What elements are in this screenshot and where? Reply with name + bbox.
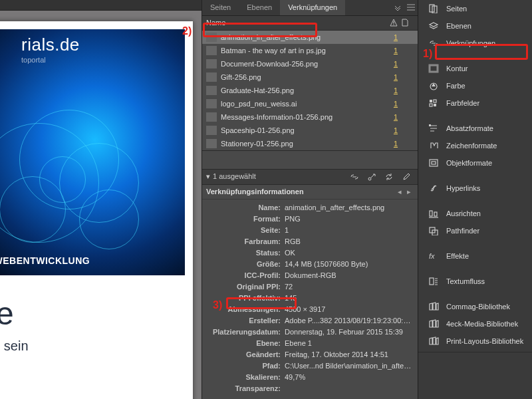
link-warn: 1: [390, 47, 402, 55]
info-key: Pfad:: [207, 362, 285, 370]
link-warn: 1: [390, 126, 402, 134]
category-line: ‹-DESIGN // WEBENTWICKLUNG: [0, 255, 90, 266]
dock-label: Seiten: [446, 5, 467, 13]
info-key: Original PPI:: [207, 283, 285, 291]
dock-item-lib[interactable]: 4eck-Media-Bibliothek: [418, 315, 532, 332]
info-row: Skalieren:49,7%: [207, 372, 412, 383]
dock-item-color[interactable]: Farbe: [418, 77, 532, 94]
svg-text:fx: fx: [429, 252, 435, 260]
dock-label: Effekte: [446, 252, 469, 260]
dock-item-align[interactable]: Ausrichten: [418, 205, 532, 222]
tab-verknuepfungen[interactable]: Verknüpfungen: [280, 0, 345, 15]
link-row[interactable]: Messages-Information-01-256.png1: [202, 110, 418, 124]
dock-item-stroke[interactable]: Kontur: [418, 60, 532, 77]
info-prev[interactable]: ◂: [395, 188, 404, 196]
dock-item-swatches[interactable]: Farbfelder: [418, 94, 532, 112]
info-key: Name:: [207, 203, 285, 211]
svg-rect-13: [434, 212, 437, 216]
info-key: Ebene:: [207, 339, 285, 347]
svg-rect-1: [393, 25, 394, 25]
dock-item-pstyle[interactable]: Absatzformate: [418, 120, 532, 137]
info-row: ICC-Profil:Dokument-RGB: [207, 270, 412, 281]
edit-original-button[interactable]: [399, 171, 414, 183]
dock-label: Commag-Bibliothek: [446, 303, 510, 311]
link-row[interactable]: animation_in_after_effects.png1: [202, 31, 418, 44]
link-row[interactable]: Spaceship-01-256.png1: [202, 124, 418, 137]
col-name[interactable]: Name: [206, 19, 390, 27]
svg-rect-6: [434, 100, 436, 102]
info-key: Geändert:: [207, 350, 285, 358]
link-thumb: [206, 33, 217, 42]
cstyle-icon: [428, 141, 440, 150]
info-row: Ebene:Ebene 1: [207, 338, 412, 349]
info-value: 145: [285, 294, 412, 302]
link-filename: Stationery-01-256.png: [221, 140, 390, 148]
selected-count[interactable]: 1 ausgewählt: [206, 172, 344, 181]
dock-item-hyper[interactable]: Hyperlinks: [418, 180, 532, 197]
link-info-title: Verknüpfungsinformationen ◂ ▸: [202, 185, 418, 200]
info-key: Platzierungsdatum:: [207, 328, 285, 336]
link-warn: 1: [390, 86, 402, 94]
info-row: PPI effektiv:145: [207, 293, 412, 304]
link-row[interactable]: Stationery-01-256.png1: [202, 137, 418, 150]
document-canvas[interactable]: rials.de toportal ‹-DESIGN // WEBENTWICK…: [0, 0, 201, 399]
tab-seiten[interactable]: Seiten: [202, 0, 239, 15]
link-filename: logo_psd_neu_weiss.ai: [221, 100, 390, 108]
info-next[interactable]: ▸: [404, 188, 414, 196]
link-thumb: [206, 99, 217, 108]
dock-item-pathfinder[interactable]: Pathfinder: [418, 222, 532, 239]
dock-item-layers[interactable]: Ebenen: [418, 17, 532, 35]
link-row[interactable]: Gift-256.png1: [202, 70, 418, 84]
links-panel: Seiten Ebenen Verknüpfungen Name animati…: [201, 0, 418, 399]
info-value: Ebene 1: [285, 339, 412, 347]
info-row: Platzierungsdatum:Donnerstag, 19. Februa…: [207, 327, 412, 338]
link-filename: Messages-Information-01-256.png: [221, 113, 390, 121]
svg-rect-7: [430, 104, 432, 106]
link-row[interactable]: Graduate-Hat-256.png1: [202, 84, 418, 97]
svg-rect-8: [434, 104, 436, 106]
col-page-icon[interactable]: [402, 19, 414, 27]
info-row: Ersteller:Adobe P....382 2013/08/19:19:2…: [207, 315, 412, 327]
relink-button[interactable]: [347, 171, 362, 183]
update-link-button[interactable]: [382, 171, 396, 183]
document-page[interactable]: rials.de toportal ‹-DESIGN // WEBENTWICK…: [0, 21, 193, 399]
link-thumb: [206, 46, 217, 55]
dock-item-link[interactable]: Verknüpfungen: [418, 35, 532, 52]
dock-item-cstyle[interactable]: Zeichenformate: [418, 137, 532, 154]
link-row[interactable]: Document-Download-256.png1: [202, 57, 418, 70]
dock-item-wrap[interactable]: Textumfluss: [418, 273, 532, 290]
panel-menu-icon[interactable]: [404, 0, 418, 15]
doc-body: orials.de zu sein: [0, 338, 193, 354]
info-value: 4500 × 3917: [285, 305, 412, 313]
info-value: Donnerstag, 19. Februar 2015 15:39: [285, 328, 412, 336]
link-filename: Batman - the way of art in ps.jpg: [221, 47, 390, 55]
dock-item-fx[interactable]: fxEffekte: [418, 247, 532, 265]
link-warn: 1: [390, 33, 402, 41]
info-key: PPI effektiv:: [207, 294, 285, 302]
dock-item-pages[interactable]: Seiten: [418, 0, 532, 17]
panel-collapse-icon[interactable]: [391, 0, 404, 15]
lib-icon: [428, 336, 440, 346]
link-row[interactable]: Batman - the way of art in ps.jpg1: [202, 44, 418, 57]
info-value: 1: [285, 226, 412, 234]
col-warn-icon[interactable]: [390, 19, 402, 27]
dock-label: Hyperlinks: [446, 184, 480, 192]
dock-label: Farbfelder: [446, 99, 479, 107]
info-value: 72: [285, 283, 412, 291]
info-key: Seite:: [207, 226, 285, 234]
svg-rect-17: [430, 278, 434, 285]
dock-label: Ebenen: [446, 22, 471, 30]
tab-ebenen[interactable]: Ebenen: [239, 0, 280, 15]
link-filename: Document-Download-256.png: [221, 60, 390, 68]
dock-label: Pathfinder: [446, 227, 479, 235]
goto-link-button[interactable]: [364, 171, 379, 183]
link-row[interactable]: logo_psd_neu_weiss.ai1: [202, 97, 418, 110]
dock-item-ostyle[interactable]: Objektformate: [418, 154, 532, 172]
dock-item-lib[interactable]: Print-Layouts-Bibliothek: [418, 332, 532, 350]
link-warn: 1: [390, 60, 402, 68]
links-list[interactable]: animation_in_after_effects.png1Batman - …: [202, 31, 418, 150]
dock-item-lib[interactable]: Commag-Bibliothek: [418, 298, 532, 315]
link-warn: 1: [390, 113, 402, 121]
color-icon: [428, 81, 440, 90]
info-row: Format:PNG: [207, 213, 412, 225]
